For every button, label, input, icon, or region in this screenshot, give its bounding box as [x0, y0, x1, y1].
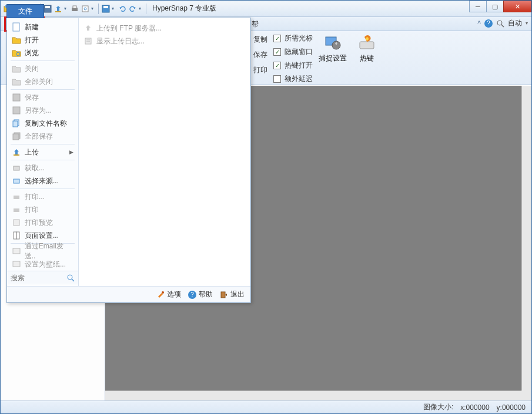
- fm-close-all[interactable]: 全部关闭: [7, 75, 78, 88]
- dropdown-icon[interactable]: ▾: [139, 6, 143, 11]
- scrollbar-horizontal[interactable]: [105, 391, 521, 400]
- checkbox-icon: ✓: [273, 62, 281, 69]
- maximize-button[interactable]: ▢: [486, 1, 504, 12]
- status-y: y:000000: [497, 403, 526, 412]
- save-blue-icon[interactable]: [101, 4, 111, 14]
- search-input[interactable]: [11, 274, 58, 282]
- svg-point-40: [162, 291, 164, 294]
- dropdown-icon[interactable]: ▾: [526, 21, 528, 26]
- fm-new[interactable]: 新建: [7, 21, 78, 33]
- fm-show-upload-log[interactable]: 显示上传日志...: [79, 35, 250, 48]
- svg-rect-26: [14, 166, 19, 170]
- save-icon[interactable]: [43, 4, 52, 14]
- fm-upload[interactable]: 上传▶: [7, 146, 78, 159]
- svg-rect-20: [13, 107, 20, 114]
- ribbon-col-copy: 复制 保存 打印: [253, 33, 267, 82]
- dropdown-icon[interactable]: ▾: [112, 6, 116, 11]
- capture-settings-button[interactable]: 捕捉设置: [319, 33, 347, 82]
- upload-icon: [12, 147, 21, 157]
- svg-rect-16: [360, 42, 374, 49]
- separator: [98, 4, 99, 14]
- fm-save-as[interactable]: 另存为...: [7, 104, 78, 117]
- separator: [11, 60, 75, 61]
- ribbon-save[interactable]: 保存: [253, 49, 267, 60]
- separator: [11, 189, 75, 189]
- ribbon-copy[interactable]: 复制: [253, 33, 267, 45]
- options-icon: [156, 291, 165, 299]
- file-menu: 文件 新建 打开 浏览 关闭 全部关闭 保存 另存为... 复制文件名称 全部保…: [6, 18, 251, 303]
- search-icon[interactable]: [496, 19, 504, 28]
- browse-icon: [12, 48, 21, 58]
- fm-close[interactable]: 关闭: [7, 62, 78, 75]
- auto-label[interactable]: 自动: [508, 18, 522, 28]
- dropdown-icon[interactable]: ▾: [91, 6, 96, 11]
- copy-icon: [12, 119, 21, 128]
- close-all-icon: [12, 77, 21, 86]
- check-extra-delay[interactable]: 额外延迟: [273, 74, 313, 84]
- close-icon: [12, 64, 21, 73]
- check-need-cursor[interactable]: ✓所需光标: [273, 33, 313, 43]
- fm-save[interactable]: 保存: [7, 91, 78, 104]
- svg-line-13: [501, 25, 504, 27]
- print-icon[interactable]: [70, 4, 79, 14]
- check-hide-window[interactable]: ✓隐藏窗口: [273, 47, 313, 57]
- save-icon: [12, 93, 21, 102]
- upload-icon[interactable]: [53, 4, 63, 14]
- svg-rect-30: [14, 220, 19, 225]
- close-button[interactable]: ✕: [503, 1, 531, 12]
- fm-print-preview[interactable]: 打印预览: [7, 216, 78, 229]
- svg-rect-4: [45, 6, 50, 8]
- svg-rect-19: [13, 94, 20, 101]
- ribbon-right-controls: ^ ? 自动 ▾: [477, 18, 528, 28]
- help-icon[interactable]: ?: [484, 19, 493, 28]
- scrollbar-vertical[interactable]: [521, 86, 531, 391]
- svg-rect-22: [13, 121, 18, 127]
- preview-icon: [12, 218, 21, 227]
- statusbar: 图像大小: x:000000 y:000000: [1, 400, 531, 413]
- checkbox-icon: ✓: [273, 35, 281, 42]
- fm-upload-ftp[interactable]: 上传到 FTP 服务器...: [79, 22, 250, 35]
- app-window: ▾ ▾ ▾ ▾ HyperSnap 7 专业版 ─ ▢: [0, 0, 532, 414]
- preview-icon[interactable]: [81, 4, 90, 14]
- search-icon[interactable]: [66, 274, 75, 282]
- fm-save-all[interactable]: 全部保存: [7, 130, 78, 143]
- fm-print-dot[interactable]: 打印...: [7, 190, 78, 203]
- svg-rect-11: [103, 6, 108, 8]
- fm-send-email[interactable]: 通过Email发送..: [7, 245, 78, 258]
- svg-rect-29: [14, 208, 19, 212]
- exit-button[interactable]: 退出: [220, 290, 245, 299]
- svg-rect-27: [14, 179, 19, 183]
- source-icon: [12, 176, 21, 186]
- acquire-icon: [12, 163, 21, 173]
- check-hotkey-open[interactable]: ✓热键打开: [273, 60, 313, 70]
- help-button[interactable]: ?帮助: [188, 290, 213, 299]
- svg-rect-28: [14, 196, 19, 199]
- svg-rect-41: [221, 292, 225, 298]
- file-menu-left: 新建 打开 浏览 关闭 全部关闭 保存 另存为... 复制文件名称 全部保存 上…: [7, 18, 79, 286]
- minimize-button[interactable]: ─: [469, 1, 487, 12]
- hotkeys-button[interactable]: 热键: [353, 33, 381, 82]
- fm-page-setup[interactable]: 页面设置...: [7, 229, 78, 242]
- svg-rect-24: [13, 134, 19, 140]
- tab-help-partial[interactable]: 帮: [252, 19, 259, 29]
- fm-open[interactable]: 打开: [7, 33, 78, 46]
- ribbon-print[interactable]: 打印: [253, 64, 267, 76]
- checkbox-icon: [273, 75, 281, 83]
- fm-copy-filename[interactable]: 复制文件名称: [7, 117, 78, 130]
- options-button[interactable]: 选项: [156, 290, 181, 299]
- undo-icon[interactable]: [118, 4, 127, 14]
- dropdown-icon[interactable]: ▾: [64, 6, 69, 11]
- email-icon: [12, 247, 21, 256]
- ribbon-col-checks: ✓所需光标 ✓隐藏窗口 ✓热键打开 额外延迟: [273, 33, 313, 82]
- fm-print[interactable]: 打印: [7, 203, 78, 216]
- fm-select-source[interactable]: 选择来源...: [7, 174, 78, 187]
- redo-icon[interactable]: [128, 4, 138, 14]
- file-tab[interactable]: 文件: [6, 4, 44, 18]
- separator: [146, 4, 146, 14]
- fm-browse[interactable]: 浏览: [7, 46, 78, 59]
- exit-icon: [220, 291, 228, 299]
- chevron-up-icon[interactable]: ^: [477, 19, 481, 28]
- help-icon: ?: [188, 291, 196, 299]
- new-icon: [12, 22, 21, 32]
- fm-acquire[interactable]: 获取...: [7, 161, 78, 174]
